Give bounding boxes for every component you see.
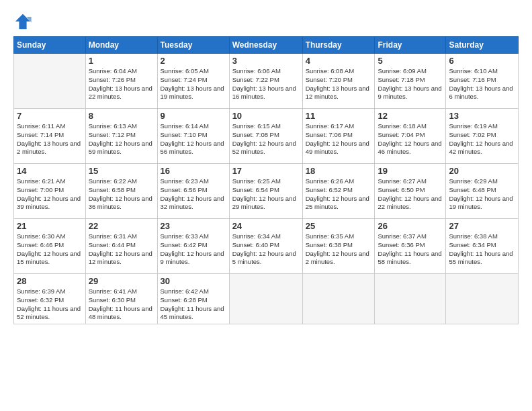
day-number: 3 <box>232 56 300 66</box>
day-number: 2 <box>161 56 226 66</box>
day-number: 18 <box>306 166 372 176</box>
svg-marker-0 <box>15 14 30 29</box>
calendar-header-row: SundayMondayTuesdayWednesdayThursdayFrid… <box>14 37 519 54</box>
day-info: Sunrise: 6:38 AM Sunset: 6:34 PM Dayligh… <box>449 232 515 267</box>
day-info: Sunrise: 6:25 AM Sunset: 6:54 PM Dayligh… <box>232 177 300 212</box>
day-number: 17 <box>232 166 300 176</box>
calendar-header-monday: Monday <box>85 37 157 54</box>
day-info: Sunrise: 6:26 AM Sunset: 6:52 PM Dayligh… <box>306 177 372 212</box>
day-number: 30 <box>161 276 226 286</box>
calendar-cell: 27Sunrise: 6:38 AM Sunset: 6:34 PM Dayli… <box>446 219 519 274</box>
day-number: 24 <box>232 221 300 231</box>
day-number: 13 <box>449 111 515 121</box>
logo-icon <box>13 12 32 31</box>
day-number: 4 <box>306 56 372 66</box>
day-info: Sunrise: 6:22 AM Sunset: 6:58 PM Dayligh… <box>89 177 154 212</box>
calendar-header-thursday: Thursday <box>302 37 375 54</box>
calendar-cell: 21Sunrise: 6:30 AM Sunset: 6:46 PM Dayli… <box>14 219 86 274</box>
day-info: Sunrise: 6:41 AM Sunset: 6:30 PM Dayligh… <box>89 287 154 322</box>
day-number: 20 <box>449 166 515 176</box>
day-info: Sunrise: 6:06 AM Sunset: 7:22 PM Dayligh… <box>232 67 300 101</box>
day-number: 12 <box>378 111 443 121</box>
calendar-cell: 9Sunrise: 6:14 AM Sunset: 7:10 PM Daylig… <box>157 109 229 164</box>
calendar-header-tuesday: Tuesday <box>157 37 229 54</box>
day-info: Sunrise: 6:19 AM Sunset: 7:02 PM Dayligh… <box>449 122 515 156</box>
calendar-cell: 4Sunrise: 6:08 AM Sunset: 7:20 PM Daylig… <box>302 54 375 109</box>
day-number: 26 <box>378 221 443 231</box>
day-info: Sunrise: 6:17 AM Sunset: 7:06 PM Dayligh… <box>306 122 372 156</box>
day-info: Sunrise: 6:14 AM Sunset: 7:10 PM Dayligh… <box>161 122 226 156</box>
calendar-cell: 1Sunrise: 6:04 AM Sunset: 7:26 PM Daylig… <box>85 54 157 109</box>
day-number: 23 <box>161 221 226 231</box>
calendar-cell <box>446 274 519 324</box>
calendar-header-friday: Friday <box>375 37 446 54</box>
calendar-week-row: 7Sunrise: 6:11 AM Sunset: 7:14 PM Daylig… <box>14 109 519 164</box>
day-info: Sunrise: 6:30 AM Sunset: 6:46 PM Dayligh… <box>17 232 83 267</box>
day-info: Sunrise: 6:21 AM Sunset: 7:00 PM Dayligh… <box>17 177 83 212</box>
day-number: 10 <box>232 111 300 121</box>
calendar-cell <box>302 274 375 324</box>
calendar-cell: 2Sunrise: 6:05 AM Sunset: 7:24 PM Daylig… <box>157 54 229 109</box>
logo <box>13 12 35 31</box>
calendar-header-wednesday: Wednesday <box>229 37 302 54</box>
calendar-cell: 18Sunrise: 6:26 AM Sunset: 6:52 PM Dayli… <box>302 164 375 219</box>
calendar-cell: 24Sunrise: 6:34 AM Sunset: 6:40 PM Dayli… <box>229 219 302 274</box>
day-number: 16 <box>161 166 226 176</box>
calendar-week-row: 14Sunrise: 6:21 AM Sunset: 7:00 PM Dayli… <box>14 164 519 219</box>
calendar-cell: 7Sunrise: 6:11 AM Sunset: 7:14 PM Daylig… <box>14 109 86 164</box>
day-info: Sunrise: 6:27 AM Sunset: 6:50 PM Dayligh… <box>378 177 443 212</box>
day-info: Sunrise: 6:13 AM Sunset: 7:12 PM Dayligh… <box>89 122 154 156</box>
day-number: 6 <box>449 56 515 66</box>
calendar-cell: 3Sunrise: 6:06 AM Sunset: 7:22 PM Daylig… <box>229 54 302 109</box>
day-number: 19 <box>378 166 443 176</box>
calendar-cell: 15Sunrise: 6:22 AM Sunset: 6:58 PM Dayli… <box>85 164 157 219</box>
calendar-cell: 30Sunrise: 6:42 AM Sunset: 6:28 PM Dayli… <box>157 274 229 324</box>
day-info: Sunrise: 6:09 AM Sunset: 7:18 PM Dayligh… <box>378 67 443 101</box>
day-number: 15 <box>89 166 154 176</box>
day-info: Sunrise: 6:42 AM Sunset: 6:28 PM Dayligh… <box>161 287 226 322</box>
calendar-week-row: 28Sunrise: 6:39 AM Sunset: 6:32 PM Dayli… <box>14 274 519 324</box>
day-info: Sunrise: 6:29 AM Sunset: 6:48 PM Dayligh… <box>449 177 515 212</box>
day-info: Sunrise: 6:11 AM Sunset: 7:14 PM Dayligh… <box>17 122 83 156</box>
day-info: Sunrise: 6:04 AM Sunset: 7:26 PM Dayligh… <box>89 67 154 101</box>
calendar-cell <box>375 274 446 324</box>
day-number: 11 <box>306 111 372 121</box>
calendar-week-row: 1Sunrise: 6:04 AM Sunset: 7:26 PM Daylig… <box>14 54 519 109</box>
calendar-header-saturday: Saturday <box>446 37 519 54</box>
day-number: 5 <box>378 56 443 66</box>
day-info: Sunrise: 6:23 AM Sunset: 6:56 PM Dayligh… <box>161 177 226 212</box>
calendar-table: SundayMondayTuesdayWednesdayThursdayFrid… <box>13 36 519 324</box>
calendar-header-sunday: Sunday <box>14 37 86 54</box>
calendar-cell <box>229 274 302 324</box>
calendar-week-row: 21Sunrise: 6:30 AM Sunset: 6:46 PM Dayli… <box>14 219 519 274</box>
day-info: Sunrise: 6:33 AM Sunset: 6:42 PM Dayligh… <box>161 232 226 267</box>
calendar-cell: 23Sunrise: 6:33 AM Sunset: 6:42 PM Dayli… <box>157 219 229 274</box>
page-header <box>13 12 519 31</box>
day-info: Sunrise: 6:18 AM Sunset: 7:04 PM Dayligh… <box>378 122 443 156</box>
day-info: Sunrise: 6:34 AM Sunset: 6:40 PM Dayligh… <box>232 232 300 267</box>
day-info: Sunrise: 6:05 AM Sunset: 7:24 PM Dayligh… <box>161 67 226 101</box>
calendar-cell: 17Sunrise: 6:25 AM Sunset: 6:54 PM Dayli… <box>229 164 302 219</box>
day-number: 7 <box>17 111 83 121</box>
calendar-cell: 11Sunrise: 6:17 AM Sunset: 7:06 PM Dayli… <box>302 109 375 164</box>
day-number: 28 <box>17 276 83 286</box>
calendar-cell: 28Sunrise: 6:39 AM Sunset: 6:32 PM Dayli… <box>14 274 86 324</box>
calendar-cell: 13Sunrise: 6:19 AM Sunset: 7:02 PM Dayli… <box>446 109 519 164</box>
day-number: 9 <box>161 111 226 121</box>
calendar-cell: 26Sunrise: 6:37 AM Sunset: 6:36 PM Dayli… <box>375 219 446 274</box>
day-info: Sunrise: 6:15 AM Sunset: 7:08 PM Dayligh… <box>232 122 300 156</box>
day-info: Sunrise: 6:08 AM Sunset: 7:20 PM Dayligh… <box>306 67 372 101</box>
day-number: 29 <box>89 276 154 286</box>
calendar-cell: 8Sunrise: 6:13 AM Sunset: 7:12 PM Daylig… <box>85 109 157 164</box>
day-number: 1 <box>89 56 154 66</box>
day-info: Sunrise: 6:31 AM Sunset: 6:44 PM Dayligh… <box>89 232 154 267</box>
calendar-cell: 14Sunrise: 6:21 AM Sunset: 7:00 PM Dayli… <box>14 164 86 219</box>
calendar-cell: 19Sunrise: 6:27 AM Sunset: 6:50 PM Dayli… <box>375 164 446 219</box>
calendar-cell: 12Sunrise: 6:18 AM Sunset: 7:04 PM Dayli… <box>375 109 446 164</box>
day-info: Sunrise: 6:35 AM Sunset: 6:38 PM Dayligh… <box>306 232 372 267</box>
calendar-cell <box>14 54 86 109</box>
calendar-cell: 16Sunrise: 6:23 AM Sunset: 6:56 PM Dayli… <box>157 164 229 219</box>
calendar-cell: 20Sunrise: 6:29 AM Sunset: 6:48 PM Dayli… <box>446 164 519 219</box>
calendar-cell: 10Sunrise: 6:15 AM Sunset: 7:08 PM Dayli… <box>229 109 302 164</box>
calendar-cell: 29Sunrise: 6:41 AM Sunset: 6:30 PM Dayli… <box>85 274 157 324</box>
